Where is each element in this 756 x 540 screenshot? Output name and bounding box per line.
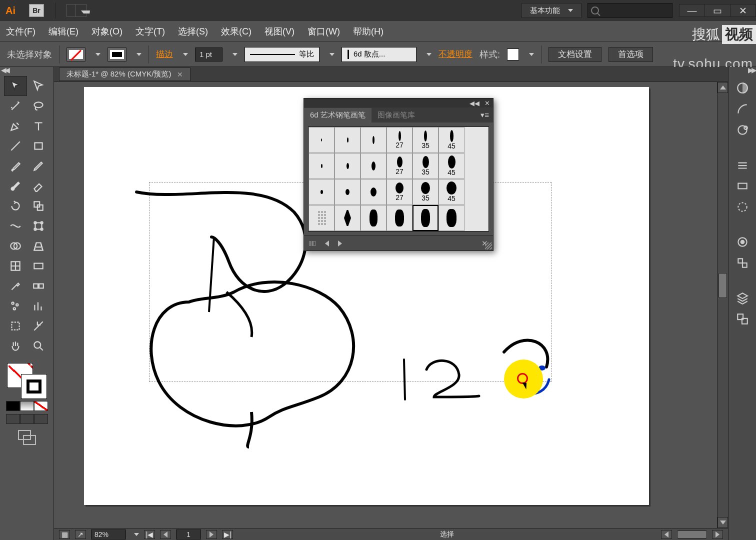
brush-swatch[interactable]: 35 [412, 179, 438, 205]
brush-swatch[interactable] [360, 127, 386, 153]
menu-select[interactable]: 选择(S) [178, 26, 208, 38]
color-mode-gradient[interactable] [20, 401, 34, 411]
tool-shape-builder[interactable] [4, 236, 27, 256]
brush-swatch[interactable]: 27 [386, 179, 412, 205]
tool-width[interactable] [4, 216, 27, 236]
prev-library-icon[interactable] [325, 240, 329, 246]
menu-window[interactable]: 窗口(W) [308, 26, 340, 38]
tool-artboard[interactable] [4, 316, 27, 336]
preferences-button[interactable]: 首选项 [608, 47, 653, 62]
tool-pen[interactable] [4, 116, 27, 136]
brush-swatch[interactable] [308, 179, 334, 205]
tool-type[interactable] [27, 116, 50, 136]
panel-header[interactable]: ◀◀ ✕ [304, 98, 493, 108]
color-guide-panel-icon[interactable] [733, 100, 752, 118]
panel-resize-grip[interactable] [485, 242, 492, 250]
brush-swatch[interactable]: 45 [438, 127, 464, 153]
vertical-scrollbar[interactable] [717, 82, 728, 528]
fill-swatch[interactable] [66, 48, 86, 62]
brush-swatch[interactable] [334, 179, 360, 205]
chevron-down-icon[interactable] [330, 53, 334, 56]
next-library-icon[interactable] [338, 240, 342, 246]
first-artboard-button[interactable]: |◀ [144, 530, 155, 539]
brush-definition-dropdown[interactable]: ┃6d 散点... [342, 47, 416, 62]
tool-blend[interactable] [27, 276, 50, 296]
prev-artboard-button[interactable] [160, 530, 171, 539]
tool-pencil[interactable] [27, 156, 50, 176]
brush-swatch[interactable] [360, 153, 386, 179]
artboards-panel-icon[interactable] [733, 310, 752, 328]
color-panel-icon[interactable] [733, 79, 752, 97]
stroke-label[interactable]: 描边 [156, 48, 173, 60]
scroll-down-button[interactable] [718, 517, 728, 528]
draw-inside[interactable] [34, 414, 48, 424]
tool-perspective[interactable] [27, 236, 50, 256]
scroll-thumb[interactable] [718, 273, 727, 298]
brush-swatch[interactable] [386, 205, 412, 231]
tool-rectangle[interactable] [27, 136, 50, 156]
menu-edit[interactable]: 编辑(E) [48, 26, 78, 38]
panel-close-icon[interactable]: ✕ [484, 100, 490, 107]
layers-panel-icon[interactable] [733, 289, 752, 307]
zoom-level-input[interactable]: 82% [91, 530, 126, 540]
draw-normal[interactable] [6, 414, 20, 424]
appearance-panel-icon[interactable] [733, 233, 752, 251]
color-mode-none[interactable] [34, 401, 48, 411]
swatches-panel-icon[interactable] [733, 121, 752, 139]
brush-swatch[interactable] [308, 127, 334, 153]
window-close-button[interactable]: ✕ [730, 4, 756, 17]
gradient-panel-icon[interactable] [733, 177, 752, 195]
panel-tab-active[interactable]: 6d 艺术钢笔画笔 [304, 108, 372, 122]
tool-paintbrush[interactable] [4, 156, 27, 176]
brush-swatch[interactable] [308, 153, 334, 179]
brush-swatch[interactable]: 27 [386, 153, 412, 179]
chevron-down-icon[interactable] [134, 533, 139, 536]
chevron-down-icon[interactable] [529, 53, 534, 56]
tool-scale[interactable] [27, 196, 50, 216]
tool-slice[interactable] [27, 316, 50, 336]
chevron-down-icon[interactable] [96, 53, 100, 56]
tool-magic-wand[interactable] [4, 96, 27, 116]
menu-help[interactable]: 帮助(H) [353, 26, 384, 38]
brush-swatch[interactable] [308, 205, 334, 231]
brush-swatch[interactable] [360, 205, 386, 231]
collapse-left-icon[interactable]: ◀◀ [1, 66, 8, 74]
document-tab[interactable]: 未标题-1* @ 82% (CMYK/预览) ✕ [59, 68, 190, 81]
scroll-right-button[interactable] [712, 530, 723, 539]
last-artboard-button[interactable]: ▶| [222, 530, 233, 539]
tool-zoom[interactable] [27, 336, 50, 356]
collapse-right-icon[interactable]: ▶▶ [748, 66, 755, 74]
artboard-number-input[interactable]: 1 [176, 530, 201, 540]
change-screen-mode[interactable] [18, 430, 36, 445]
tool-line[interactable] [4, 136, 27, 156]
menu-view[interactable]: 视图(V) [264, 26, 294, 38]
stepper-up-icon[interactable] [183, 53, 188, 56]
search-input[interactable] [588, 3, 672, 18]
tool-eraser[interactable] [27, 176, 50, 196]
tool-gradient[interactable] [27, 256, 50, 276]
window-maximize-button[interactable]: ▭ [704, 4, 730, 17]
brush-swatch[interactable]: 27 [386, 127, 412, 153]
tool-direct-selection[interactable] [27, 76, 50, 96]
color-mode-color[interactable] [6, 401, 20, 411]
layout-arrangement-button[interactable] [66, 4, 86, 17]
brush-swatch[interactable]: 45 [438, 179, 464, 205]
brush-swatch[interactable] [438, 205, 464, 231]
menu-file[interactable]: 文件(F) [6, 26, 36, 38]
brush-swatch[interactable]: 35 [412, 153, 438, 179]
brush-swatch-selected[interactable] [412, 205, 438, 231]
menu-object[interactable]: 对象(O) [92, 26, 122, 38]
tool-blob-brush[interactable] [4, 176, 27, 196]
tool-free-transform[interactable] [27, 216, 50, 236]
tool-lasso[interactable] [27, 96, 50, 116]
transparency-panel-icon[interactable] [733, 198, 752, 216]
brush-swatch[interactable] [334, 153, 360, 179]
chevron-down-icon[interactable] [136, 53, 142, 56]
stroke-swatch[interactable] [108, 48, 126, 62]
tool-column-graph[interactable] [27, 296, 50, 316]
tool-hand[interactable] [4, 336, 27, 356]
tool-symbol-sprayer[interactable] [4, 296, 27, 316]
scroll-thumb[interactable] [677, 530, 707, 538]
tool-rotate[interactable] [4, 196, 27, 216]
panel-tab-inactive[interactable]: 图像画笔库 [372, 108, 421, 122]
